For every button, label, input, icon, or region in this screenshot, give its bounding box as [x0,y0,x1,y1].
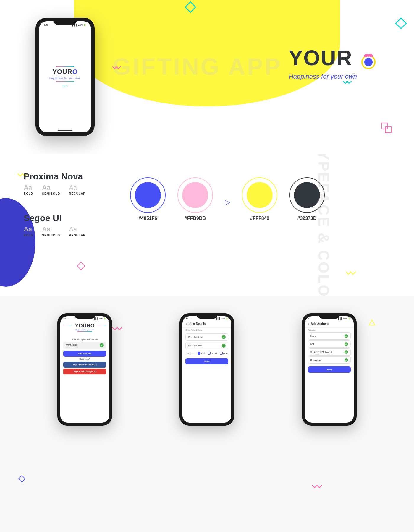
ud-subtitle: Enter Your Details [182,328,231,332]
login-screen: 9:41 ▌▌▌ WiFi 🔋 YOURO Happiness for your… [60,316,109,423]
ud-female-box [208,352,211,355]
font-label-regular-segoe: REGULAR [69,234,85,237]
o-letter: O [72,68,78,75]
hero-section: GIFTING APP 9:41 ▌▌▌ WiFi 🔋 [0,0,414,154]
gradient-line-top [56,66,74,67]
ud-title: User Details [188,322,206,325]
ud-dob-value: 08, June, 1990 [188,344,203,347]
wavy-line: 〜〜 [62,84,68,88]
gradient-line-bottom [56,81,74,82]
need-help-text: Need Help? [63,358,106,360]
svg-rect-1 [385,127,391,133]
swatch-inner-blue [135,182,161,208]
ud-save-button[interactable]: Save [185,358,228,364]
hex-dark: #32373D [297,216,317,221]
login-logo-text: YOURO [75,323,95,329]
aa-home-value: Home [310,335,316,338]
ud-time: 9:41 [185,317,190,320]
font-regular-proxima: Aa REGULAR [69,184,85,195]
font-sample-regular-segoe: Aa [69,226,77,233]
pink-wave-bottom-icon [312,483,325,491]
login-grad-line-left [63,326,72,326]
phone-notch [53,18,77,25]
login-notch [75,313,95,319]
aa-city-input: Bengaluru [308,356,351,364]
color-swatch-blue: #4851F6 [130,177,166,221]
hex-blue: #4851F6 [138,216,157,221]
ud-male-checkbox[interactable]: Male [198,352,206,355]
aa-street-check [345,350,348,354]
aa-back-icon[interactable]: ‹ [308,322,309,326]
google-icon: G [94,370,96,373]
font-label-bold: BOLD [24,192,33,195]
aa-city-check [345,358,348,362]
aa-city-value: Bengaluru [310,359,321,361]
font-regular-segoe: Aa REGULAR [69,226,85,237]
font-weights-proxima: Aa BOLD Aa SEMIBOLD Aa REGULAR [24,184,106,195]
font-semibold-proxima: Aa SEMIBOLD [42,184,60,195]
aa-header: ‹ Add Address [305,320,354,328]
ud-others-box [220,352,223,355]
swatch-outer-blue [130,177,166,213]
login-logo: YOURO Happiness for your own [60,320,109,334]
login-grad-line-right [98,326,106,326]
aa-address-label: Address [305,328,354,332]
aa-time: 9:41 [308,317,312,320]
ud-name-check: ✓ [222,335,226,339]
swatch-inner-pink [182,182,208,208]
font-label-semibold-segoe: SEMIBOLD [42,234,60,237]
facebook-signin-button[interactable]: Sign In with Facebook f [63,362,106,368]
aa-signal: ▌▌▌ WiFi 🔋 [338,317,351,320]
ud-female-checkbox[interactable]: Female [208,352,218,355]
font-weights-segoe: Aa BOLD Aa SEMIBOLD Aa REGULAR [24,226,106,237]
add-address-screen: 9:41 ▌▌▌ WiFi 🔋 ‹ Add Address Address Ho… [305,316,354,423]
ud-others-checkbox[interactable]: Others [220,352,229,355]
login-time: 9:41 [63,317,67,320]
phone-number-value: 9876543210 [66,344,77,346]
ud-dob-input: 08, June, 1990 ✓ [185,342,228,349]
color-swatch-pink: #FFB9DB [177,177,213,221]
aa-title: Add Address [311,322,329,325]
ud-notch [197,313,217,319]
font-sample-regular: Aa [69,184,77,192]
ud-gender-label: Gender [185,352,196,354]
font-sample-semibold: Aa [42,184,50,192]
ud-header: ‹ User Details [182,320,231,328]
svg-rect-9 [19,476,25,482]
pink-chevron-left-icon [112,65,124,72]
hex-yellow: #FFF840 [250,216,269,221]
facebook-label: Sign In with Facebook [73,364,95,366]
login-tagline: Happiness for your own [60,329,109,331]
facebook-icon: f [96,363,97,366]
font-sample-bold-segoe: Aa [24,226,32,233]
font-label-semibold: SEMIBOLD [42,192,60,195]
font-bold-proxima: Aa BOLD [24,184,33,195]
ud-back-icon[interactable]: ‹ [185,322,187,326]
color-swatch-yellow: #FFF840 [242,177,277,221]
aa-notch [319,313,339,319]
phone-frame: 9:41 ▌▌▌ WiFi 🔋 YOURO Happiness for your… [35,18,95,136]
play-icon: ▷ [225,198,230,206]
font-semibold-segoe: Aa SEMIBOLD [42,226,60,237]
pink-diamond-icon [77,262,86,272]
font-sample-bold: Aa [24,184,32,192]
google-signin-button[interactable]: Sign In with Google G [63,369,106,374]
font-proxima-nova: Proxima Nova Aa BOLD Aa SEMIBOLD Aa REGU… [24,171,106,195]
user-details-screen: 9:41 ▌▌▌ WiFi 🔋 ‹ User Details Enter You… [182,316,231,423]
svg-rect-0 [381,123,387,129]
pink-wave-mid-icon [112,325,125,333]
brand-info: YOUR Happiness for your own [289,47,379,80]
svg-point-3 [364,58,373,66]
login-check-icon: ✓ [100,343,104,347]
add-address-frame: 9:41 ▌▌▌ WiFi 🔋 ‹ Add Address Address Ho… [302,313,357,426]
ud-male-box [198,352,200,355]
ud-male-label: Male [201,352,206,354]
font-name-proxima: Proxima Nova [24,171,106,181]
ud-others-label: Others [223,352,229,354]
aa-pin-input: 001 [308,340,351,348]
google-label: Sign In with Google [73,370,93,372]
typeface-section: TYPEFACE & COLOR Proxima Nova Aa BOLD [0,154,414,296]
login-phone-input: 9876543210 ✓ [63,342,106,349]
aa-save-button[interactable]: Save [308,366,351,373]
get-started-button[interactable]: Get Started [63,351,106,357]
